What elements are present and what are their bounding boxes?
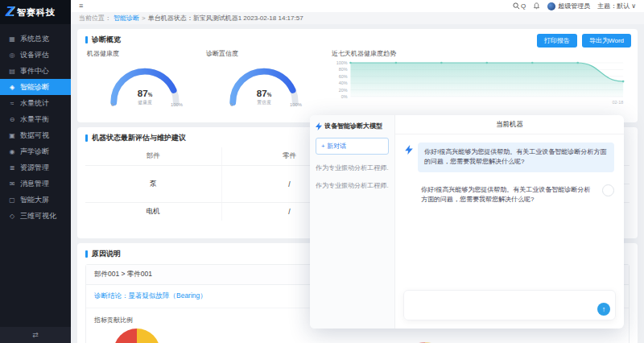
- screen-icon: ▢: [8, 196, 16, 204]
- theme-label: 主题：默认: [597, 2, 630, 10]
- sidebar-item-label: 水量平衡: [20, 114, 49, 125]
- sidebar-item-water-balance[interactable]: ⊖水量平衡: [0, 111, 71, 127]
- diagnosis-overview-card: 诊断概览 打印报告 导出为Word 机器健康度 87% 健康度: [77, 29, 638, 122]
- notifications-button[interactable]: [533, 2, 540, 10]
- svg-text:置信度: 置信度: [257, 100, 271, 105]
- sidebar-item-label: 三维可视化: [20, 211, 56, 221]
- user-avatar: [602, 184, 614, 196]
- chat-messages: 你好!很高兴能够为您提供帮助。有关工业设备智能诊断分析方面的问题，您需要我帮您解…: [395, 134, 624, 285]
- search-button[interactable]: Q: [513, 2, 526, 10]
- chat-history-item[interactable]: 作为专业振动分析工程师.....: [316, 163, 389, 172]
- bot-message-row: 你好!很高兴能够为您提供帮助。有关工业设备智能诊断分析方面的问题，您需要我帮您解…: [405, 143, 614, 172]
- sidebar-item-data-visualization[interactable]: ▣数据可视: [0, 127, 71, 143]
- chat-panel-title: 设备智能诊断大模型: [324, 122, 382, 130]
- title-bar-accent: [85, 36, 88, 43]
- sidebar-item-system-overview[interactable]: ▦系统总览: [0, 31, 71, 47]
- col-part: 部件: [85, 147, 221, 166]
- health-gauge-title: 机器健康度: [87, 49, 204, 58]
- sidebar-item-label: 数据可视: [20, 130, 49, 141]
- overview-title-text: 诊断概览: [92, 35, 121, 45]
- sidebar-item-label: 设备评估: [20, 50, 49, 60]
- svg-text:87%: 87%: [257, 88, 272, 98]
- confidence-gauge-title: 诊断置信度: [206, 49, 324, 58]
- stats-icon: ≈: [8, 100, 16, 107]
- bolt-icon: [316, 122, 322, 130]
- assessment-title-text: 机器状态最新评估与维护建议: [92, 133, 186, 143]
- print-report-button[interactable]: 打印报告: [537, 34, 577, 48]
- bell-icon: [533, 2, 540, 10]
- chat-history-item[interactable]: 作为专业振动分析工程师.....: [316, 181, 389, 190]
- chat-main-title: 当前机器: [395, 115, 624, 134]
- sidebar-item-label: 智能诊断: [20, 82, 49, 93]
- user-menu[interactable]: 超级管理员: [547, 2, 590, 10]
- sidebar-item-label: 资源管理: [20, 163, 49, 173]
- chart-icon: ▣: [8, 132, 16, 139]
- sidebar-item-label: 水量统计: [20, 98, 49, 109]
- title-bar-accent: [85, 250, 88, 258]
- chevron-down-icon: ∨: [631, 2, 636, 10]
- calendar-icon: ▤: [8, 68, 16, 75]
- sidebar-item-device-evaluation[interactable]: ◎设备评估: [0, 47, 71, 63]
- sidebar: Z 智赛科技 ▦系统总览 ◎设备评估 ▤事件中心 ◈智能诊断 ≈水量统计 ⊖水量…: [0, 0, 71, 343]
- chat-main: 当前机器 你好!很高兴能够为您提供帮助。有关工业设备智能诊断分析方面的问题，您需…: [395, 115, 624, 329]
- sidebar-item-event-center[interactable]: ▤事件中心: [0, 63, 71, 79]
- user-message-text: 你好!很高兴能够为您提供帮助。有关工业设备智能诊断分析方面的问题，您需要我帮您解…: [421, 184, 597, 205]
- theme-selector[interactable]: 主题：默认 ∨: [597, 2, 636, 10]
- breadcrumb-prefix: 当前位置：: [79, 14, 111, 23]
- audio-icon: ◉: [8, 148, 16, 155]
- chat-input-bar: ↑: [403, 290, 616, 320]
- bot-avatar-bolt-icon: [405, 145, 413, 155]
- trend-title: 近七天机器健康度趋势: [332, 49, 630, 58]
- svg-text:0: 0: [230, 102, 233, 107]
- dashboard-icon: ▦: [8, 35, 16, 43]
- sidebar-item-water-statistics[interactable]: ≈水量统计: [0, 95, 71, 111]
- export-word-button[interactable]: 导出为Word: [582, 34, 631, 48]
- message-icon: ✉: [8, 180, 16, 188]
- sidebar-menu: ▦系统总览 ◎设备评估 ▤事件中心 ◈智能诊断 ≈水量统计 ⊖水量平衡 ▣数据可…: [0, 24, 71, 327]
- user-message-row: 你好!很高兴能够为您提供帮助。有关工业设备智能诊断分析方面的问题，您需要我帮您解…: [405, 184, 614, 205]
- resource-icon: ≣: [8, 164, 16, 172]
- bot-message-bubble: 你好!很高兴能够为您提供帮助。有关工业设备智能诊断分析方面的问题，您需要我帮您解…: [418, 143, 614, 172]
- chat-sidebar: 设备智能诊断大模型 + 新对话 作为专业振动分析工程师..... 作为专业振动分…: [310, 115, 395, 329]
- confidence-gauge-chart: 87% 置信度 0 100%: [217, 59, 312, 109]
- new-chat-button[interactable]: + 新对话: [316, 138, 389, 155]
- overview-actions: 打印报告 导出为Word: [537, 34, 631, 48]
- svg-text:02-18: 02-18: [612, 100, 623, 105]
- breadcrumb: 当前位置： 智能诊断 > 单台机器状态：新宝风测试机器1 2023-02-18 …: [71, 12, 644, 24]
- overview-content: 机器健康度 87% 健康度 0 100% 诊断置信度: [85, 48, 630, 109]
- send-button[interactable]: ↑: [597, 303, 610, 316]
- sidebar-item-label: 事件中心: [20, 66, 49, 76]
- chat-panel-header: 设备智能诊断大模型: [316, 122, 389, 130]
- sidebar-item-label: 消息管理: [20, 179, 49, 189]
- cell-part: 泵: [85, 166, 221, 203]
- sidebar-item-smart-diagnosis[interactable]: ◈智能诊断: [0, 79, 71, 95]
- sidebar-collapse-toggle[interactable]: ⇄: [0, 327, 71, 343]
- balance-icon: ⊖: [8, 116, 16, 123]
- svg-text:100%: 100%: [290, 102, 302, 107]
- breadcrumb-separator: >: [142, 14, 146, 22]
- topbar-actions: Q 超级管理员 主题：默认 ∨: [513, 2, 636, 10]
- breadcrumb-link-smart-diagnosis[interactable]: 智能诊断: [114, 14, 139, 23]
- app-logo[interactable]: Z 智赛科技: [0, 0, 71, 24]
- diagnosis-icon: ◈: [8, 84, 16, 91]
- search-icon: [513, 2, 520, 10]
- sidebar-item-smart-screen[interactable]: ▢智能大屏: [0, 192, 71, 208]
- sidebar-item-label: 声学诊断: [20, 147, 49, 157]
- menu-toggle-icon[interactable]: ≡: [79, 2, 83, 10]
- svg-text:100%: 100%: [336, 60, 348, 65]
- svg-text:20%: 20%: [339, 88, 348, 93]
- title-bar-accent: [85, 134, 88, 142]
- sidebar-item-resource-management[interactable]: ≣资源管理: [0, 159, 71, 176]
- chat-input[interactable]: [409, 294, 592, 316]
- sidebar-item-message-management[interactable]: ✉消息管理: [0, 176, 71, 192]
- sidebar-item-3d-visualization[interactable]: ◇三维可视化: [0, 208, 71, 224]
- send-arrow-icon: ↑: [602, 305, 606, 313]
- trend-chart: 100%80%60%40%20%0% 02-18: [330, 59, 630, 105]
- svg-text:0: 0: [111, 102, 114, 107]
- reason-title-text: 原因说明: [92, 249, 121, 259]
- collapse-icon: ⇄: [32, 331, 39, 339]
- health-gauge-block: 机器健康度 87% 健康度 0 100%: [85, 48, 204, 109]
- avatar: [547, 2, 555, 10]
- sidebar-item-acoustic-diagnosis[interactable]: ◉声学诊断: [0, 143, 71, 159]
- breadcrumb-current: 单台机器状态：新宝风测试机器1 2023-02-18 14:17:57: [148, 14, 303, 23]
